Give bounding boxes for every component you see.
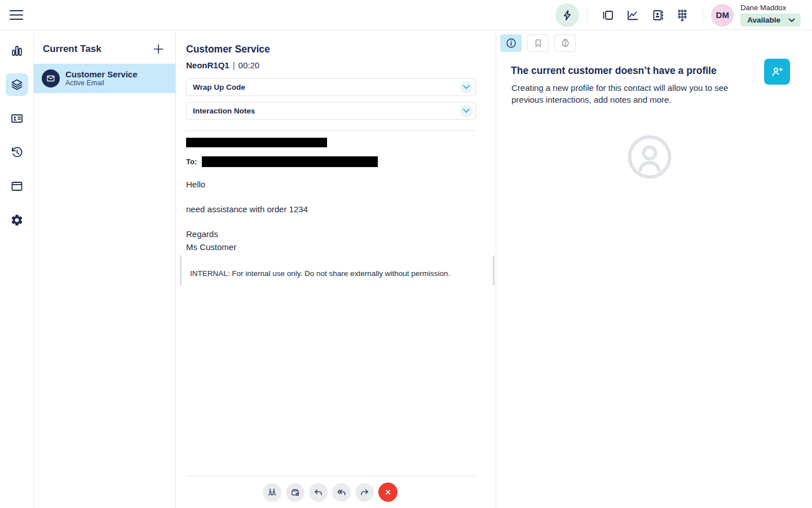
forward-icon[interactable] — [355, 483, 374, 502]
park-email-icon[interactable] — [286, 483, 304, 502]
wrap-up-code-accordion[interactable]: Wrap Up Code — [186, 78, 476, 96]
plus-icon — [152, 43, 165, 55]
left-nav-rail — [0, 30, 34, 508]
profile-placeholder-icon — [627, 134, 672, 179]
email-icon — [42, 69, 60, 87]
email-left-scrollbar[interactable] — [180, 255, 182, 286]
to-label: To: — [186, 157, 197, 166]
tab-info-icon[interactable] — [500, 34, 522, 52]
task-panel-title: Current Task — [43, 43, 102, 55]
chevron-down-icon — [460, 105, 473, 117]
redacted-recipient — [202, 156, 378, 167]
task-list-item[interactable]: Customer Service Active Email — [34, 64, 175, 93]
task-panel-header: Current Task — [34, 30, 175, 64]
panels-icon[interactable] — [598, 6, 617, 25]
nav-interactions-icon[interactable] — [6, 73, 28, 96]
tab-insights-brain-icon[interactable] — [554, 34, 576, 52]
header-divider — [587, 8, 588, 23]
email-right-scrollbar[interactable] — [493, 255, 495, 286]
chevron-down-icon — [788, 18, 795, 23]
interaction-toolbar — [170, 483, 490, 502]
email-body-line: need assistance with order 1234 — [186, 204, 476, 214]
task-item-title: Customer Service — [65, 69, 138, 79]
chevron-down-icon — [460, 81, 473, 94]
user-name: Dane Maddox — [740, 3, 786, 12]
interaction-main-panel: Customer Service NeonR1Q1|00:20 Wrap Up … — [176, 30, 496, 508]
tab-bookmark-icon[interactable] — [527, 34, 549, 52]
performance-chart-icon[interactable] — [623, 6, 642, 25]
lightning-icon[interactable] — [555, 3, 579, 27]
email-viewer: To: Hello need assistance with order 123… — [186, 138, 476, 278]
create-profile-button[interactable] — [764, 59, 790, 85]
nav-contacts-icon[interactable] — [6, 107, 28, 130]
app-body: Current Task Customer Service Active Ema… — [0, 30, 812, 508]
accordion-label: Interaction Notes — [193, 107, 255, 115]
redacted-subject — [186, 138, 327, 147]
customer-profile-panel: The current customer doesn’t have a prof… — [496, 30, 812, 508]
email-to-row: To: — [186, 156, 476, 167]
user-block: Dane Maddox Available — [740, 3, 801, 27]
interaction-timer: 00:20 — [239, 60, 260, 70]
accordion-label: Wrap Up Code — [193, 83, 245, 91]
user-avatar[interactable]: DM — [711, 4, 734, 27]
subline-separator: | — [233, 60, 235, 70]
person-add-icon — [770, 65, 784, 78]
toolbar-divider — [186, 476, 476, 476]
dialpad-icon[interactable] — [673, 6, 692, 25]
interaction-subline: NeonR1Q1|00:20 — [186, 60, 476, 70]
hamburger-menu-icon[interactable] — [9, 8, 25, 23]
reply-all-icon[interactable] — [332, 483, 351, 502]
interaction-code: NeonR1Q1 — [186, 60, 230, 70]
disconnect-icon[interactable] — [378, 483, 398, 502]
top-header: DM Dane Maddox Available — [0, 0, 812, 30]
email-signature: Ms Customer — [186, 242, 476, 252]
interaction-notes-accordion[interactable]: Interaction Notes — [186, 102, 476, 120]
add-task-button[interactable] — [152, 42, 165, 56]
header-right-cluster: DM Dane Maddox Available — [555, 0, 801, 30]
contacts-directory-icon[interactable] — [648, 6, 667, 25]
email-section-divider — [186, 130, 476, 131]
nav-history-icon[interactable] — [6, 141, 28, 164]
transfer-icon[interactable] — [263, 483, 281, 502]
header-divider — [703, 8, 703, 23]
internal-disclaimer: INTERNAL: For internal use only. Do not … — [186, 269, 476, 278]
status-dropdown[interactable]: Available — [740, 14, 801, 27]
nav-settings-gear-icon[interactable] — [6, 209, 28, 231]
task-item-subtitle: Active Email — [65, 79, 138, 87]
no-profile-title: The current customer doesn’t have a prof… — [511, 65, 761, 77]
nav-apps-window-icon[interactable] — [6, 175, 28, 198]
no-profile-description: Creating a new profile for this contact … — [511, 82, 743, 106]
email-signoff: Regards — [186, 229, 476, 239]
task-item-text: Customer Service Active Email — [65, 69, 138, 87]
profile-panel-tabs — [496, 30, 812, 52]
email-greeting: Hello — [186, 179, 476, 189]
reply-icon[interactable] — [309, 483, 328, 502]
nav-activity-icon[interactable] — [6, 40, 28, 62]
status-label: Available — [747, 16, 780, 24]
current-task-panel: Current Task Customer Service Active Ema… — [34, 30, 176, 508]
interaction-title: Customer Service — [186, 43, 476, 55]
